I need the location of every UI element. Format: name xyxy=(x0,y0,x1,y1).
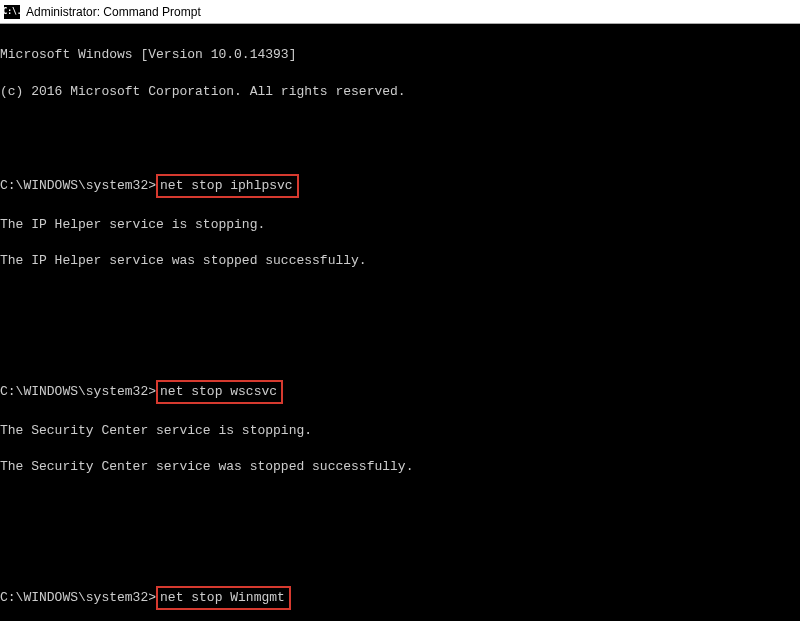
window-titlebar[interactable]: C:\. Administrator: Command Prompt xyxy=(0,0,800,24)
output-line: The IP Helper service is stopping. xyxy=(0,216,800,234)
blank-line xyxy=(0,495,800,513)
blank-line xyxy=(0,289,800,307)
highlighted-command: net stop iphlpsvc xyxy=(156,174,299,198)
highlighted-command: net stop Winmgmt xyxy=(156,586,291,610)
output-line: The IP Helper service was stopped succes… xyxy=(0,252,800,270)
terminal-output[interactable]: Microsoft Windows [Version 10.0.14393] (… xyxy=(0,24,800,621)
prompt: C:\WINDOWS\system32> xyxy=(0,178,156,193)
blank-line xyxy=(0,325,800,343)
blank-line xyxy=(0,119,800,137)
command-line: C:\WINDOWS\system32>net stop iphlpsvc xyxy=(0,174,800,198)
version-line: Microsoft Windows [Version 10.0.14393] xyxy=(0,46,800,64)
prompt: C:\WINDOWS\system32> xyxy=(0,590,156,605)
blank-line xyxy=(0,531,800,549)
highlighted-command: net stop wscsvc xyxy=(156,380,283,404)
prompt: C:\WINDOWS\system32> xyxy=(0,384,156,399)
cmd-icon: C:\. xyxy=(4,5,20,19)
output-line: The Security Center service is stopping. xyxy=(0,422,800,440)
window-title: Administrator: Command Prompt xyxy=(26,5,201,19)
copyright-line: (c) 2016 Microsoft Corporation. All righ… xyxy=(0,83,800,101)
command-line: C:\WINDOWS\system32>net stop wscsvc xyxy=(0,380,800,404)
output-line: The Security Center service was stopped … xyxy=(0,458,800,476)
command-line: C:\WINDOWS\system32>net stop Winmgmt xyxy=(0,586,800,610)
